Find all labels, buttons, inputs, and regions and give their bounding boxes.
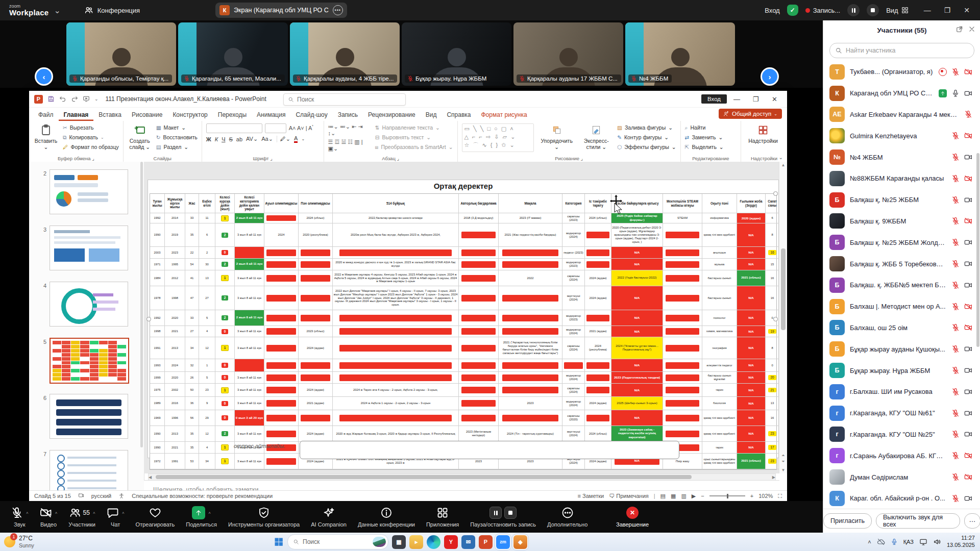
layout-button[interactable]: ▦Макет ⌄ xyxy=(156,123,198,132)
shape-outline-button[interactable]: ✎Контур фигуры ⌄ xyxy=(617,133,676,141)
accessibility-status[interactable]: Специальные возможности: проверьте реком… xyxy=(132,493,273,499)
windows-start-button[interactable] xyxy=(274,537,284,547)
zoom-in-button[interactable]: + xyxy=(750,493,753,499)
toolbar-sparkle-button[interactable]: AI Companion xyxy=(305,501,352,533)
ribbon-tab-Справка[interactable]: Справка xyxy=(442,110,476,121)
participant-row[interactable]: гг.Караганда, КГУ "ОШ №61" xyxy=(823,403,977,424)
zoom-slider[interactable] xyxy=(709,495,745,496)
pause-icon[interactable] xyxy=(489,507,502,519)
view-button[interactable]: Вид xyxy=(886,7,909,14)
video-tile[interactable]: №4 ЖББМ xyxy=(625,22,735,86)
participant-row[interactable]: Думан Сәдірислам xyxy=(823,466,977,488)
onedrive-icon[interactable] xyxy=(877,538,885,546)
participant-row[interactable]: ККараг. обл. Абайский р-он . О... xyxy=(823,488,977,509)
cut-button[interactable]: ✂Вырезать xyxy=(63,123,119,132)
ppt-maximize-button[interactable]: ❐ xyxy=(746,91,765,107)
fit-slide-icon[interactable]: ⛶ xyxy=(778,493,782,499)
close-button[interactable]: ✕ xyxy=(964,6,970,14)
taskbar-app-task-view[interactable]: ▦ xyxy=(392,535,406,549)
search-input[interactable]: Поиск xyxy=(283,93,406,106)
replace-button[interactable]: ⇄Заменить ⌄ xyxy=(685,133,724,141)
ribbon-tab-Рецензирование[interactable]: Рецензирование xyxy=(363,110,421,121)
video-tile[interactable]: Қарағанды облысы, Теміртау қ... xyxy=(66,22,176,86)
more-icon[interactable]: ••• xyxy=(333,5,343,15)
selection-handle[interactable] xyxy=(773,317,778,321)
invite-button[interactable]: Пригласить xyxy=(823,513,872,529)
thumbnail-scrollbar[interactable] xyxy=(140,162,143,447)
toolbar-heart-button[interactable]: Отреагировать xyxy=(130,501,181,533)
toolbar-shield-button[interactable]: Инструменты организатора xyxy=(223,501,305,533)
new-slide-button[interactable]: Создать слайд ⌄ xyxy=(128,123,152,150)
clock[interactable]: 11:27 13.05.2025 xyxy=(947,535,975,549)
strike-button[interactable]: S xyxy=(229,136,233,142)
view-normal-icon[interactable]: ▤ xyxy=(660,493,666,499)
maximize-button[interactable]: ❐ xyxy=(944,6,951,14)
align-text-button[interactable]: ⊟Выровнять текст ⌄ xyxy=(375,133,453,141)
toolbar-recctl-button[interactable]: Пауза/остановить запись xyxy=(464,501,542,533)
toolbar-people-button[interactable]: 55˄Участники xyxy=(63,501,101,533)
save-icon[interactable] xyxy=(47,95,55,103)
reset-button[interactable]: ↻Восстановить xyxy=(156,133,198,141)
pause-recording-button[interactable] xyxy=(847,4,860,16)
toolbar-cam-off-button[interactable]: ˄Видео xyxy=(34,501,63,533)
ribbon-tab-Файл[interactable]: Файл xyxy=(33,110,59,121)
minimize-button[interactable]: — xyxy=(924,6,931,14)
italic-button[interactable]: К xyxy=(215,136,218,142)
tray-expand-icon[interactable]: ˄ xyxy=(868,539,871,545)
ribbon-tab-Переходы[interactable]: Переходы xyxy=(213,110,252,121)
network-monitor-icon[interactable] xyxy=(919,538,927,546)
participant-row[interactable]: ББалхаш, ош 25 оім xyxy=(823,317,977,339)
ribbon-tab-Анимация[interactable]: Анимация xyxy=(252,110,290,121)
toolbar-more-button[interactable]: Дополнительно xyxy=(542,501,593,533)
tab-conference[interactable]: Конференция xyxy=(84,6,140,15)
chevron-up-icon[interactable]: ˄ xyxy=(93,511,95,515)
participant-row[interactable]: гг.Сарань Аубакирова АБ. КГУ ... xyxy=(823,445,977,466)
security-shield-icon[interactable]: ✓ xyxy=(787,5,798,16)
tab-shared-screen[interactable]: К Экран (Караганд обл УМЦ РО С ••• xyxy=(215,3,347,18)
arrange-button[interactable]: Упорядочить ⌄ xyxy=(538,123,576,150)
addins-button[interactable]: Надстройки xyxy=(745,123,781,144)
bold-button[interactable]: Ж xyxy=(206,136,211,142)
horizontal-scrollbar[interactable]: ◀▶ xyxy=(148,473,776,481)
section-button[interactable]: ▤Раздел ⌄ xyxy=(156,143,198,151)
participant-row[interactable]: Балқаш қ. 9ЖББМ xyxy=(823,211,977,232)
ribbon-tab-Главная[interactable]: Главная xyxy=(59,110,94,121)
find-button[interactable]: ⌕Найти xyxy=(685,123,724,132)
video-tile[interactable]: Қарқаралы ауданы 17 ЖББМ С... xyxy=(513,22,623,86)
ribbon-tab-Вид[interactable]: Вид xyxy=(421,110,442,121)
collapse-ribbon-icon[interactable]: ⌄ xyxy=(779,155,783,160)
ribbon-tab-Формат рисунка[interactable]: Формат рисунка xyxy=(476,110,532,121)
more-options-button[interactable]: ⋯ xyxy=(964,513,980,529)
taskbar-app-mail-app[interactable]: ✉ xyxy=(461,535,475,549)
chevron-up-icon[interactable]: ˄ xyxy=(26,511,29,515)
participant-row[interactable]: ББалқаш қ, №25 ЖББМ xyxy=(823,189,977,211)
comments-button[interactable]: 🗨 Примечания xyxy=(609,493,649,499)
ribbon-tab-Запись[interactable]: Запись xyxy=(333,110,363,121)
slide-thumbnail-7[interactable]: 7 xyxy=(29,450,144,491)
next-videos-button[interactable]: › xyxy=(761,67,779,86)
weather-widget[interactable]: 1 27°C Sunny xyxy=(4,535,34,548)
participant-row[interactable]: №88ЖББМ Карағанды қаласы xyxy=(823,168,977,189)
copy-button[interactable]: ⧉Копировать⌄ xyxy=(63,133,119,141)
paste-button[interactable]: Вставить⌄ xyxy=(33,123,59,150)
participant-row[interactable]: ББалхаш |. Методист мен ор А... xyxy=(823,296,977,317)
chevron-down-icon[interactable]: ⌄ xyxy=(54,6,60,15)
display-settings-icon[interactable] xyxy=(78,493,84,499)
share-access-button[interactable]: Общий доступ⌄ xyxy=(719,109,782,119)
ribbon-tab-Рисование[interactable]: Рисование xyxy=(127,110,167,121)
format-painter-button[interactable]: 🖉Формат по образцу xyxy=(63,143,119,151)
participant-row[interactable]: Балқаш қ. ЖББ 5 Торебекова С xyxy=(823,253,977,274)
taskbar-app-edge[interactable] xyxy=(427,535,440,549)
notes-button[interactable]: ≡ Заметки xyxy=(578,493,604,499)
sign-in-link[interactable]: Вход xyxy=(765,7,779,14)
video-tile[interactable]: Қарқаралы ауданы, 4 ЖББ тіре... xyxy=(290,22,400,86)
slide-canvas[interactable]: Ортақ деректер Туған жылыЖұмысқа кірген … xyxy=(148,180,778,458)
redo-icon[interactable] xyxy=(71,95,78,103)
select-button[interactable]: ⇱Выделить ⌄ xyxy=(685,143,724,151)
slide-thumbnail-4[interactable]: 4 xyxy=(29,282,144,329)
popout-icon[interactable] xyxy=(956,26,963,33)
qat-customize-icon[interactable]: ⌄ xyxy=(94,96,99,102)
close-panel-icon[interactable] xyxy=(968,26,975,33)
zoom-level[interactable]: 102% xyxy=(758,493,773,499)
taskbar-app-zoom[interactable]: zm xyxy=(496,535,510,549)
